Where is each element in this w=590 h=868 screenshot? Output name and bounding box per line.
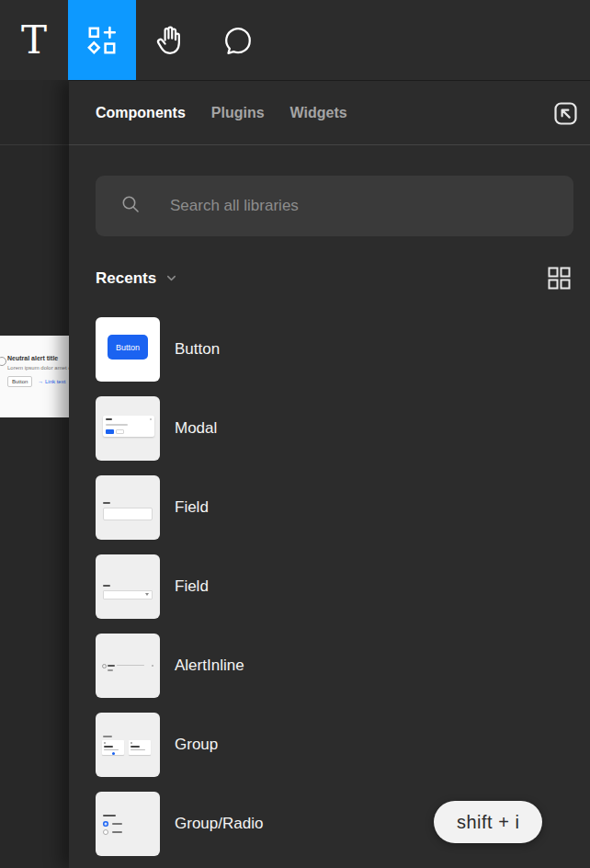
- components-list: Button Button Modal: [96, 317, 573, 856]
- component-name: Field: [175, 498, 209, 517]
- list-item[interactable]: Button Button: [96, 317, 573, 382]
- panel-tabs: Components Plugins Widgets: [69, 81, 590, 145]
- toolbar: T: [0, 0, 590, 80]
- canvas-area[interactable]: Neutral alert title Lorem ipsum dolor am…: [0, 80, 69, 868]
- field-preview-thumbnail[interactable]: [96, 475, 160, 540]
- shortcut-badge: shift + i: [434, 801, 542, 843]
- list-item[interactable]: Modal: [96, 396, 573, 461]
- info-icon: [0, 357, 6, 366]
- search-input[interactable]: [168, 196, 521, 216]
- component-name: AlertInline: [175, 657, 244, 675]
- component-name: Group: [175, 736, 218, 754]
- comment-tool-button[interactable]: [204, 0, 272, 80]
- tab-widgets[interactable]: Widgets: [290, 105, 347, 121]
- field-select-preview-thumbnail[interactable]: [96, 554, 160, 619]
- search-icon: [119, 193, 142, 219]
- thumb-button: Button: [108, 335, 148, 360]
- alert-link[interactable]: → Link text: [38, 379, 65, 384]
- text-tool-icon: T: [21, 21, 47, 60]
- thumb-modal-dialog: [103, 416, 154, 437]
- text-tool-button[interactable]: T: [0, 0, 68, 80]
- popout-panel-button[interactable]: [551, 99, 580, 128]
- alert-body: Lorem ipsum dolor amet consec: [7, 365, 69, 371]
- alert-button[interactable]: Button: [7, 376, 32, 387]
- hand-icon: [153, 23, 187, 58]
- component-name: Field: [175, 577, 209, 596]
- tab-plugins[interactable]: Plugins: [211, 105, 265, 121]
- figma-app-window: Neutral alert title Lorem ipsum dolor am…: [0, 0, 590, 868]
- grid-view-icon[interactable]: [548, 267, 571, 290]
- alert-title: Neutral alert title: [7, 355, 58, 361]
- canvas-frame-edge: [0, 144, 69, 145]
- hand-tool-button[interactable]: [136, 0, 204, 80]
- group-radio-preview-thumbnail[interactable]: [96, 792, 160, 856]
- thumb-card: [102, 740, 124, 755]
- alert-inline-preview-thumbnail[interactable]: [96, 634, 160, 698]
- search-bar[interactable]: [96, 176, 573, 236]
- thumb-card: [129, 740, 151, 755]
- list-item[interactable]: Group: [96, 713, 573, 777]
- assets-tool-button[interactable]: [68, 0, 136, 80]
- list-item[interactable]: Field: [96, 475, 573, 540]
- components-panel: Components Plugins Widgets: [69, 80, 590, 868]
- component-name: Group/Radio: [175, 815, 263, 833]
- assets-icon: [85, 24, 119, 57]
- group-preview-thumbnail[interactable]: [96, 713, 160, 777]
- modal-preview-thumbnail[interactable]: [96, 396, 160, 461]
- chevron-down-icon[interactable]: [165, 271, 178, 289]
- comment-bubble-icon: [221, 24, 255, 57]
- list-item[interactable]: Field: [96, 554, 573, 619]
- recents-header: Recents: [96, 266, 573, 291]
- component-name: Button: [175, 340, 220, 359]
- recents-dropdown-label[interactable]: Recents: [96, 269, 156, 288]
- tab-components[interactable]: Components: [96, 105, 186, 121]
- list-item[interactable]: AlertInline: [96, 634, 573, 698]
- button-preview-thumbnail[interactable]: Button: [96, 317, 160, 382]
- component-name: Modal: [175, 419, 217, 438]
- canvas-alert-component[interactable]: Neutral alert title Lorem ipsum dolor am…: [0, 336, 69, 417]
